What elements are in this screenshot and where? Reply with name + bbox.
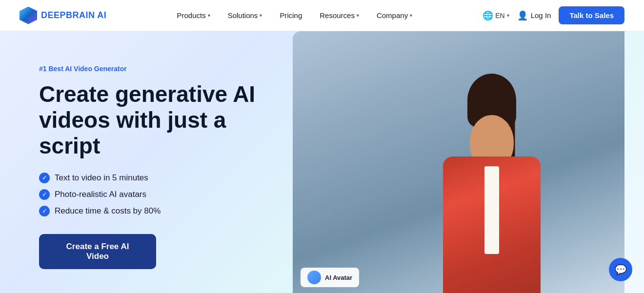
globe-icon: 🌐 — [483, 10, 493, 21]
chevron-down-icon: ▾ — [357, 13, 359, 18]
feature-list: ✓ Text to video in 5 minutes ✓ Photo-rea… — [39, 173, 283, 216]
headline-line1: Create generative AI — [39, 81, 255, 107]
video-badge-label: AI Avatar — [325, 274, 352, 281]
login-button[interactable]: 👤 Log In — [517, 10, 551, 21]
talk-to-sales-button[interactable]: Talk to Sales — [559, 6, 624, 24]
check-icon: ✓ — [39, 189, 50, 200]
video-badge: AI Avatar — [301, 268, 359, 287]
nav-solutions[interactable]: Solutions ▾ — [228, 11, 262, 20]
headline-line2: videos with just a script — [39, 107, 226, 158]
navbar: DEEPBRAIN AI Products ▾ Solutions ▾ Pric… — [0, 0, 644, 31]
chevron-down-icon: ▾ — [208, 13, 210, 18]
check-icon: ✓ — [39, 206, 50, 216]
feature-item-1: ✓ Text to video in 5 minutes — [39, 173, 283, 183]
create-free-video-button[interactable]: Create a Free AI Video — [39, 234, 156, 269]
user-icon: 👤 — [517, 10, 528, 21]
nav-pricing[interactable]: Pricing — [280, 11, 302, 20]
nav-products[interactable]: Products ▾ — [177, 11, 210, 20]
hero-badge: #1 Best AI Video Generator — [39, 65, 283, 73]
video-panel: AI Avatar — [293, 31, 624, 293]
chat-fab-button[interactable]: 💬 — [609, 258, 632, 281]
feature-item-2: ✓ Photo-realistic AI avatars — [39, 189, 283, 200]
feature-text: Reduce time & costs by 80% — [55, 206, 161, 216]
chevron-down-icon: ▾ — [410, 13, 412, 18]
logo-suffix: AI — [95, 10, 107, 20]
avatar-container — [409, 59, 575, 293]
logo-area[interactable]: DEEPBRAIN AI — [20, 7, 106, 24]
main-nav: Products ▾ Solutions ▾ Pricing Resources… — [177, 11, 412, 20]
feature-text: Text to video in 5 minutes — [55, 173, 148, 183]
language-selector[interactable]: 🌐 EN ▾ — [483, 10, 509, 21]
feature-text: Photo-realistic AI avatars — [55, 190, 146, 199]
hero-content: #1 Best AI Video Generator Create genera… — [0, 31, 283, 293]
hero-visual: AI Avatar — [283, 31, 644, 293]
nav-company[interactable]: Company ▾ — [377, 11, 412, 20]
lang-label: EN — [495, 12, 504, 20]
nav-resources[interactable]: Resources ▾ — [320, 11, 359, 20]
chevron-down-icon: ▾ — [260, 13, 262, 18]
login-label: Log In — [531, 11, 551, 20]
avatar-body — [438, 88, 545, 293]
hero-headline: Create generative AI videos with just a … — [39, 81, 283, 159]
logo-icon — [20, 7, 37, 24]
logo-brand: DEEPBRAIN — [41, 10, 95, 20]
navbar-right: 🌐 EN ▾ 👤 Log In Talk to Sales — [483, 6, 624, 24]
chat-icon: 💬 — [615, 264, 627, 275]
logo-text: DEEPBRAIN AI — [41, 10, 106, 20]
badge-avatar-icon — [307, 271, 321, 284]
jacket — [443, 156, 541, 293]
chevron-down-icon: ▾ — [507, 13, 509, 18]
feature-item-3: ✓ Reduce time & costs by 80% — [39, 206, 283, 216]
check-icon: ✓ — [39, 173, 50, 183]
hero-section: #1 Best AI Video Generator Create genera… — [0, 31, 644, 293]
